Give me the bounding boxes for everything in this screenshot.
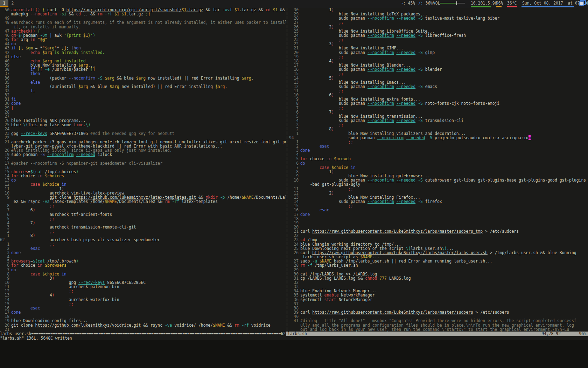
line-number: 19 — [0, 319, 9, 323]
vim-command-line[interactable]: "larbs.sh" 136L, 5648C written — [0, 336, 588, 340]
editor-pane-left[interactable]: 50aurinstall() { curl -O https://aur.arc… — [0, 8, 286, 332]
line-number: 8 — [289, 101, 299, 105]
line-number: 24 — [0, 127, 9, 131]
root-disk-value: 36% — [426, 1, 433, 6]
code-row: 32 — [0, 93, 286, 97]
temperature-accent — [507, 6, 517, 7]
battery-accent — [496, 6, 502, 7]
code-row: 1 ;; — [0, 242, 286, 246]
line-number: 10 — [289, 178, 299, 182]
code-text: done — [11, 310, 21, 314]
code-row: 36 (packer --noconfirm -S $arg && blue $… — [0, 76, 286, 80]
workspace-2[interactable]: 2 — [8, 0, 17, 6]
code-text: cp /LARBS.log LARBS.log && chmod 777 LAR… — [300, 276, 411, 280]
code-text: systemctl start NetworkManager — [300, 298, 372, 302]
code-row: 30done — [0, 101, 286, 105]
code-row: 11 ;; — [289, 187, 588, 191]
line-number: 12 — [0, 182, 9, 186]
code-row: 5 ;; — [0, 217, 286, 221]
line-number: 30 — [0, 101, 9, 105]
line-number: 26 — [289, 251, 299, 255]
code-row: 2 esac — [289, 144, 588, 148]
scroll-percent: 96% — [579, 332, 586, 336]
line-number: 21 — [0, 327, 9, 332]
code-row: 39curl https://raw.githubusercontent.com… — [289, 310, 588, 314]
datetime-accent — [522, 6, 574, 7]
code-row: 6for choice in $browsers — [0, 263, 286, 267]
code-text: for choice in $browch — [300, 157, 351, 161]
code-text: for arg in "$@" — [11, 38, 47, 42]
top-status-bar: 1 2 ~: 45% /: 36% VOL 10.201.5.96 96% 36… — [0, 0, 588, 6]
line-number: 27 — [289, 20, 299, 25]
line-number: 24 — [289, 242, 299, 246]
code-row: 5for choice in $browch — [289, 157, 588, 161]
code-row: 3 ;; — [289, 123, 588, 127]
line-number: 7 — [289, 106, 299, 110]
code-row: 15 ;; — [289, 71, 588, 76]
code-text: gpg --recv-keys 5FAF0A6EE7371805 #Add th… — [11, 131, 174, 136]
code-row: 7 ;; — [289, 106, 588, 110]
statusline-active[interactable]: larbs.sh 94,78-92 96% — [286, 332, 588, 336]
line-number: 9 — [0, 195, 9, 199]
line-number — [289, 327, 299, 332]
line-number: 18 — [289, 217, 299, 221]
code-row: 37 — [289, 302, 588, 306]
root-disk-usage: /: 36% — [418, 0, 433, 6]
line-number — [289, 323, 299, 327]
editor-pane-right[interactable]: 30 1)29 blue Now installing LaTeX packag… — [289, 8, 588, 332]
code-row: 15 ;; — [0, 302, 286, 306]
ip-address: 10.201.5.96 — [471, 0, 497, 6]
ip-accent — [471, 6, 491, 7]
code-text: makepkg --noconfirm -si && cd .. && rm -… — [11, 12, 150, 16]
battery-level: 96% — [496, 0, 503, 6]
statusline-inactive[interactable]: larbs_user.sh===========================… — [0, 332, 286, 336]
line-number: 62 — [0, 238, 9, 242]
code-row: 25blue \(This may take some time.\) — [0, 123, 286, 127]
volume-fill — [440, 3, 456, 4]
line-number: 50 — [0, 8, 9, 12]
line-number: 7 — [0, 268, 9, 272]
line-number: 23 — [289, 238, 299, 242]
line-number: 11 — [0, 187, 9, 191]
code-row: 23 ;; — [289, 38, 588, 42]
code-row: 16 esac — [289, 208, 588, 212]
code-text: echo $arg is already installed. — [11, 50, 105, 55]
code-text: sudo pacman -S --noconfirm --needed i3lo… — [11, 152, 112, 157]
code-text: done — [11, 251, 21, 255]
code-text: curl https://raw.githubusercontent.com/L… — [300, 310, 509, 314]
line-number: 23 — [0, 131, 9, 136]
home-disk-usage: ~: 45% — [401, 0, 415, 6]
code-row: 18 — [289, 217, 588, 221]
line-number: 29 — [0, 106, 9, 110]
volume-label: VOL — [433, 0, 440, 6]
code-text: git clone https://github.com/lukesmithxy… — [11, 323, 271, 327]
volume-knob[interactable] — [456, 1, 457, 5]
volume-slider[interactable] — [440, 3, 465, 4]
code-row: 28rm -f /tmp/larbs_user.sh — [289, 263, 588, 267]
line-number: 6 — [0, 212, 9, 217]
code-row: 19 ;; — [289, 55, 588, 59]
workspace-1[interactable]: 1 — [0, 0, 8, 6]
code-text: rm -f /tmp/larbs_user.sh — [300, 263, 358, 267]
line-number: 37 — [0, 71, 9, 76]
line-number — [289, 182, 299, 186]
line-number: 16 — [289, 208, 299, 212]
line-number: 5 — [0, 217, 9, 221]
code-row: 42 echo $arg is already installed. — [0, 50, 286, 55]
line-number: 1 — [289, 131, 299, 136]
code-row: 16 esac — [0, 306, 286, 310]
code-row: 23gpg --recv-keys 5FAF0A6EE7371805 #Add … — [0, 131, 286, 136]
code-row: 3done — [289, 148, 588, 152]
line-number: 21 — [0, 140, 9, 144]
code-text: done — [300, 148, 310, 152]
line-number: 29 — [289, 268, 299, 272]
line-number — [0, 25, 9, 29]
root-icon: / — [418, 1, 421, 6]
code-row: 36systemctl start NetworkManager — [289, 298, 588, 302]
code-row: 21 — [0, 327, 286, 332]
line-number: 11 — [289, 187, 299, 191]
code-row: 14for choice in $choices — [0, 174, 286, 178]
split-divider[interactable] — [287, 8, 287, 332]
code-row: 20git clone https://github.com/lukesmith… — [0, 323, 286, 327]
code-row: 11 ;; — [289, 89, 588, 93]
